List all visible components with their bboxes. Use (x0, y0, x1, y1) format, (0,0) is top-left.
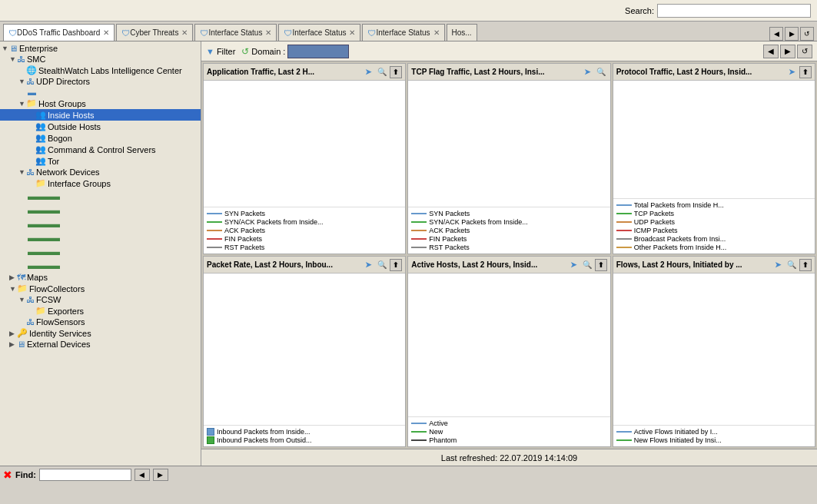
search-input[interactable] (657, 4, 811, 18)
chart-pkt-title: Packet Rate, Last 2 Hours, Inbou... (207, 260, 333, 269)
tab-refresh-button[interactable]: ↺ (800, 27, 814, 41)
find-input[interactable] (39, 469, 131, 481)
sidebar-item-dev5[interactable]: ▬▬▬ (0, 244, 201, 258)
sidebar-item-outside-hosts[interactable]: 👥 Outside Hosts (0, 121, 201, 132)
chart-flows-zoom-icon[interactable]: 🔍 (785, 259, 798, 271)
sidebar-item-bogon[interactable]: 👥 Bogon (0, 132, 201, 144)
chart-proto-goto-icon[interactable]: ➤ (785, 66, 798, 78)
chart-tcp-legend: SYN Packets SYN/ACK Packets from Inside.… (408, 207, 609, 254)
chart-app-traffic-canvas (204, 81, 405, 207)
tab-interface2[interactable]: 🛡 Interface Status ✕ (278, 24, 360, 41)
tab-interface2-close[interactable]: ✕ (349, 28, 355, 37)
tab-next-button[interactable]: ▶ (785, 27, 799, 41)
sidebar-item-dev1[interactable]: ▬▬▬ (0, 189, 201, 203)
chart-flows-goto-icon[interactable]: ➤ (772, 259, 784, 271)
sidebar-item-network-devices[interactable]: ▼ 🖧 Network Devices (0, 167, 201, 177)
chart-flows-header: Flows, Last 2 Hours, Initiated by ... ➤ … (613, 257, 815, 274)
chart-pkt-expand-btn[interactable]: ⬆ (390, 259, 402, 271)
legend-fin: FIN Packets (224, 235, 262, 243)
chart-app-traffic-legend: SYN Packets SYN/ACK Packets from Inside.… (204, 207, 405, 254)
tab-host[interactable]: Hos... (447, 24, 477, 41)
udp-icon: 🖧 (26, 77, 35, 86)
smc-icon: 🖧 (17, 55, 25, 64)
tab-interface3-close[interactable]: ✕ (433, 28, 440, 37)
nd-icon: 🖧 (26, 167, 35, 177)
legend-rst: RST Packets (224, 244, 264, 251)
chart-app-traffic-title: Application Traffic, Last 2 H... (207, 68, 314, 76)
nav-prev-btn[interactable]: ◀ (763, 45, 779, 58)
expand-icon-fcsw: ▼ (18, 296, 26, 303)
nav-refresh-btn[interactable]: ↺ (797, 45, 812, 58)
chart-flows-icons: ➤ 🔍 ⬆ (772, 259, 812, 271)
chart-pkt-zoom-icon[interactable]: 🔍 (376, 259, 388, 271)
sidebar-item-inside-hosts[interactable]: 👥 Inside Hosts (0, 109, 201, 121)
domain-input[interactable] (287, 45, 349, 58)
sidebar-item-hostgroups[interactable]: ▼ 📁 Host Groups (0, 98, 201, 109)
sidebar-item-maps[interactable]: ▶ 🗺 Maps (0, 272, 201, 283)
sidebar-item-interface-groups[interactable]: 📁 Interface Groups (0, 177, 201, 189)
domain-label: Domain : (251, 47, 285, 56)
chart-pkt-goto-icon[interactable]: ➤ (362, 259, 374, 271)
chart-hosts-title: Active Hosts, Last 2 Hours, Insid... (411, 260, 537, 269)
chart-app-zoom-icon[interactable]: 🔍 (376, 66, 388, 78)
sidebar-item-tor[interactable]: 👥 Tor (0, 155, 201, 167)
chart-tcp-goto-icon[interactable]: ➤ (581, 66, 593, 78)
sidebar-item-udp-device[interactable]: ▬ (0, 87, 201, 98)
sidebar-item-stealthwatch[interactable]: 🌐 StealthWatch Labs Intelligence Center (0, 65, 201, 76)
dev2-icon: ▬▬▬ (28, 204, 60, 216)
chart-app-icons: ➤ 🔍 ⬆ (362, 66, 402, 78)
sidebar-item-dev2[interactable]: ▬▬▬ (0, 203, 201, 217)
sidebar-item-dev4[interactable]: ▬▬▬ (0, 230, 201, 244)
sidebar-item-enterprise[interactable]: ▼ 🖥 Enterprise (0, 43, 201, 54)
expand-icon-smc: ▼ (9, 55, 17, 63)
sidebar-item-udp[interactable]: ▼ 🖧 UDP Directors (0, 76, 201, 87)
legend-ack: ACK Packets (224, 227, 265, 234)
tab-interface3-label: Interface Status (376, 28, 430, 37)
sidebar-item-exporters[interactable]: 📁 Exporters (0, 305, 201, 317)
filter-button[interactable]: ▼ Filter (206, 47, 235, 56)
sidebar-item-dev6[interactable]: ▬▬▬ (0, 258, 201, 272)
chart-hosts-expand-btn[interactable]: ⬆ (595, 259, 607, 271)
tab-interface3-shield-icon: 🛡 (367, 28, 376, 38)
sidebar-item-fcsw[interactable]: ▼ 🖧 FCSW (0, 294, 201, 305)
chart-proto-expand-btn[interactable]: ⬆ (799, 66, 812, 78)
chart-app-expand-btn[interactable]: ⬆ (390, 66, 402, 78)
chart-hosts-goto-icon[interactable]: ➤ (567, 259, 580, 271)
tab-interface3[interactable]: 🛡 Interface Status ✕ (362, 24, 444, 41)
sidebar-item-dev3[interactable]: ▬▬▬ (0, 217, 201, 230)
chart-tcp-zoom-icon[interactable]: 🔍 (595, 66, 607, 78)
maps-label: Maps (27, 273, 48, 282)
chart-proto-icons: ➤ ⬆ (785, 66, 812, 78)
tab-ddos[interactable]: 🛡 DDoS Traffic Dashboard ✕ (3, 24, 115, 41)
legend-hosts-active: Active (429, 419, 448, 427)
chart-hosts-zoom-icon[interactable]: 🔍 (581, 259, 593, 271)
legend-proto-tcp: TCP Packets (634, 210, 674, 217)
chart-flows-expand-btn[interactable]: ⬆ (799, 259, 812, 271)
tab-prev-button[interactable]: ◀ (769, 27, 783, 41)
tab-ddos-close[interactable]: ✕ (103, 28, 109, 37)
sidebar-item-cc-servers[interactable]: 👥 Command & Control Servers (0, 144, 201, 155)
tab-cyber[interactable]: 🛡 Cyber Threats ✕ (116, 24, 193, 41)
enterprise-label: Enterprise (19, 44, 58, 53)
sidebar-item-flowsensors[interactable]: 🖧 FlowSensors (0, 317, 201, 327)
nav-next-btn[interactable]: ▶ (780, 45, 795, 58)
sidebar-item-smc[interactable]: ▼ 🖧 SMC (0, 54, 201, 65)
sw-icon: 🌐 (26, 65, 37, 75)
dev3-icon: ▬▬▬ (28, 217, 60, 230)
chart-tcp-canvas (408, 81, 609, 207)
find-prev-btn[interactable]: ◀ (135, 469, 150, 481)
legend-hosts-new: New (429, 428, 443, 436)
sidebar-item-identity[interactable]: ▶ 🔑 Identity Services (0, 327, 201, 339)
tab-cyber-label: Cyber Threats (130, 28, 178, 37)
chart-flows-title: Flows, Last 2 Hours, Initiated by ... (616, 260, 742, 269)
chart-app-goto-icon[interactable]: ➤ (362, 66, 374, 78)
tab-interface1[interactable]: 🛡 Interface Status ✕ (194, 24, 277, 41)
charts-grid: Application Traffic, Last 2 H... ➤ 🔍 ⬆ S… (201, 61, 817, 449)
bog-label: Bogon (48, 134, 72, 143)
sidebar-item-external[interactable]: ▶ 🖥 External Devices (0, 339, 201, 350)
tab-cyber-close[interactable]: ✕ (181, 28, 188, 37)
sidebar-item-flowcollectors[interactable]: ▼ 📁 FlowCollectors (0, 283, 201, 294)
find-next-btn[interactable]: ▶ (153, 469, 168, 481)
tab-interface1-close[interactable]: ✕ (265, 28, 271, 37)
legend-pkt-inbound: Inbound Packets from Inside... (217, 428, 311, 436)
